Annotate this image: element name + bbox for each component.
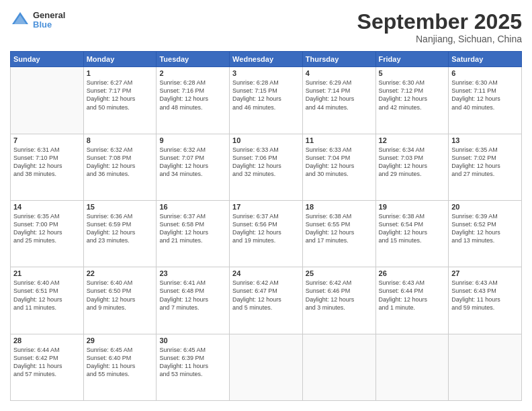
day-number: 5 — [379, 69, 446, 77]
calendar-cell: 30Sunrise: 6:45 AM Sunset: 6:39 PM Dayli… — [157, 334, 230, 400]
calendar-cell: 14Sunrise: 6:35 AM Sunset: 7:00 PM Dayli… — [11, 200, 84, 267]
cell-info: Sunrise: 6:32 AM Sunset: 7:08 PM Dayligh… — [87, 146, 154, 179]
cell-info: Sunrise: 6:37 AM Sunset: 6:56 PM Dayligh… — [232, 212, 300, 245]
cell-info: Sunrise: 6:45 AM Sunset: 6:40 PM Dayligh… — [87, 346, 154, 379]
cell-info: Sunrise: 6:42 AM Sunset: 6:47 PM Dayligh… — [232, 279, 300, 312]
calendar-cell: 11Sunrise: 6:33 AM Sunset: 7:04 PM Dayli… — [302, 134, 375, 200]
day-number: 30 — [159, 336, 226, 345]
cell-info: Sunrise: 6:40 AM Sunset: 6:51 PM Dayligh… — [13, 279, 81, 312]
logo-text: General Blue — [33, 11, 65, 30]
day-number: 21 — [13, 269, 81, 277]
day-number: 27 — [451, 269, 519, 277]
cell-info: Sunrise: 6:38 AM Sunset: 6:54 PM Dayligh… — [379, 212, 446, 245]
day-number: 22 — [87, 269, 154, 277]
calendar-cell: 24Sunrise: 6:42 AM Sunset: 6:47 PM Dayli… — [230, 267, 303, 334]
calendar-cell — [11, 67, 84, 134]
calendar-cell: 28Sunrise: 6:44 AM Sunset: 6:42 PM Dayli… — [11, 334, 84, 400]
cell-info: Sunrise: 6:29 AM Sunset: 7:14 PM Dayligh… — [306, 79, 373, 111]
calendar-cell: 25Sunrise: 6:42 AM Sunset: 6:46 PM Dayli… — [302, 267, 375, 334]
cell-info: Sunrise: 6:30 AM Sunset: 7:12 PM Dayligh… — [379, 79, 446, 111]
calendar-cell: 8Sunrise: 6:32 AM Sunset: 7:08 PM Daylig… — [83, 134, 157, 200]
calendar-cell — [302, 334, 375, 400]
logo-icon — [10, 10, 30, 30]
cell-info: Sunrise: 6:33 AM Sunset: 7:06 PM Dayligh… — [232, 146, 300, 179]
day-header-wednesday: Wednesday — [230, 52, 303, 67]
day-header-thursday: Thursday — [302, 52, 375, 67]
title-block: September 2025 Nanjiang, Sichuan, China — [357, 10, 522, 44]
day-header-tuesday: Tuesday — [157, 52, 230, 67]
calendar-cell — [449, 334, 522, 400]
calendar-cell: 23Sunrise: 6:41 AM Sunset: 6:48 PM Dayli… — [157, 267, 230, 334]
calendar-cell: 17Sunrise: 6:37 AM Sunset: 6:56 PM Dayli… — [230, 200, 303, 267]
calendar-cell: 26Sunrise: 6:43 AM Sunset: 6:44 PM Dayli… — [375, 267, 449, 334]
day-number: 26 — [379, 269, 446, 277]
day-number: 28 — [13, 336, 81, 345]
cell-info: Sunrise: 6:35 AM Sunset: 7:00 PM Dayligh… — [13, 212, 81, 245]
day-number: 1 — [87, 69, 154, 77]
calendar-cell: 12Sunrise: 6:34 AM Sunset: 7:03 PM Dayli… — [375, 134, 449, 200]
cell-info: Sunrise: 6:27 AM Sunset: 7:17 PM Dayligh… — [87, 79, 154, 111]
calendar-cell: 29Sunrise: 6:45 AM Sunset: 6:40 PM Dayli… — [83, 334, 157, 400]
day-number: 18 — [306, 203, 373, 211]
month-title: September 2025 — [357, 10, 522, 34]
day-header-monday: Monday — [83, 52, 157, 67]
calendar-header-row: SundayMondayTuesdayWednesdayThursdayFrid… — [11, 52, 522, 67]
header: General Blue September 2025 Nanjiang, Si… — [10, 10, 522, 44]
day-number: 10 — [232, 136, 300, 144]
cell-info: Sunrise: 6:39 AM Sunset: 6:52 PM Dayligh… — [451, 212, 519, 245]
day-number: 25 — [306, 269, 373, 277]
calendar-cell: 22Sunrise: 6:40 AM Sunset: 6:50 PM Dayli… — [83, 267, 157, 334]
calendar-cell: 18Sunrise: 6:38 AM Sunset: 6:55 PM Dayli… — [302, 200, 375, 267]
week-row-1: 7Sunrise: 6:31 AM Sunset: 7:10 PM Daylig… — [11, 134, 522, 200]
calendar-cell: 2Sunrise: 6:28 AM Sunset: 7:16 PM Daylig… — [157, 67, 230, 134]
day-header-friday: Friday — [375, 52, 449, 67]
day-number: 2 — [159, 69, 226, 77]
day-number: 12 — [379, 136, 446, 144]
week-row-2: 14Sunrise: 6:35 AM Sunset: 7:00 PM Dayli… — [11, 200, 522, 267]
day-number: 6 — [451, 69, 519, 77]
calendar-cell: 6Sunrise: 6:30 AM Sunset: 7:11 PM Daylig… — [449, 67, 522, 134]
location: Nanjiang, Sichuan, China — [357, 34, 522, 44]
day-number: 3 — [232, 69, 300, 77]
day-number: 17 — [232, 203, 300, 211]
calendar-cell: 20Sunrise: 6:39 AM Sunset: 6:52 PM Dayli… — [449, 200, 522, 267]
cell-info: Sunrise: 6:28 AM Sunset: 7:16 PM Dayligh… — [159, 79, 226, 111]
day-number: 7 — [13, 136, 81, 144]
calendar-cell: 1Sunrise: 6:27 AM Sunset: 7:17 PM Daylig… — [83, 67, 157, 134]
day-number: 15 — [87, 203, 154, 211]
cell-info: Sunrise: 6:30 AM Sunset: 7:11 PM Dayligh… — [451, 79, 519, 111]
calendar-cell: 27Sunrise: 6:43 AM Sunset: 6:43 PM Dayli… — [449, 267, 522, 334]
day-number: 23 — [159, 269, 226, 277]
cell-info: Sunrise: 6:36 AM Sunset: 6:59 PM Dayligh… — [87, 212, 154, 245]
day-number: 14 — [13, 203, 81, 211]
calendar-cell: 3Sunrise: 6:28 AM Sunset: 7:15 PM Daylig… — [230, 67, 303, 134]
calendar-cell: 13Sunrise: 6:35 AM Sunset: 7:02 PM Dayli… — [449, 134, 522, 200]
calendar-cell — [230, 334, 303, 400]
day-number: 19 — [379, 203, 446, 211]
calendar-cell — [375, 334, 449, 400]
day-number: 29 — [87, 336, 154, 345]
day-number: 20 — [451, 203, 519, 211]
day-number: 8 — [87, 136, 154, 144]
day-number: 16 — [159, 203, 226, 211]
cell-info: Sunrise: 6:31 AM Sunset: 7:10 PM Dayligh… — [13, 146, 81, 179]
cell-info: Sunrise: 6:44 AM Sunset: 6:42 PM Dayligh… — [13, 346, 81, 379]
calendar-cell: 4Sunrise: 6:29 AM Sunset: 7:14 PM Daylig… — [302, 67, 375, 134]
week-row-4: 28Sunrise: 6:44 AM Sunset: 6:42 PM Dayli… — [11, 334, 522, 400]
day-number: 11 — [306, 136, 373, 144]
day-number: 24 — [232, 269, 300, 277]
cell-info: Sunrise: 6:37 AM Sunset: 6:58 PM Dayligh… — [159, 212, 226, 245]
calendar-cell: 21Sunrise: 6:40 AM Sunset: 6:51 PM Dayli… — [11, 267, 84, 334]
cell-info: Sunrise: 6:40 AM Sunset: 6:50 PM Dayligh… — [87, 279, 154, 312]
cell-info: Sunrise: 6:33 AM Sunset: 7:04 PM Dayligh… — [306, 146, 373, 179]
cell-info: Sunrise: 6:43 AM Sunset: 6:43 PM Dayligh… — [451, 279, 519, 312]
day-header-saturday: Saturday — [449, 52, 522, 67]
cell-info: Sunrise: 6:32 AM Sunset: 7:07 PM Dayligh… — [159, 146, 226, 179]
logo: General Blue — [10, 10, 65, 30]
calendar-cell: 9Sunrise: 6:32 AM Sunset: 7:07 PM Daylig… — [157, 134, 230, 200]
cell-info: Sunrise: 6:38 AM Sunset: 6:55 PM Dayligh… — [306, 212, 373, 245]
calendar-cell: 16Sunrise: 6:37 AM Sunset: 6:58 PM Dayli… — [157, 200, 230, 267]
calendar-cell: 7Sunrise: 6:31 AM Sunset: 7:10 PM Daylig… — [11, 134, 84, 200]
calendar-cell: 10Sunrise: 6:33 AM Sunset: 7:06 PM Dayli… — [230, 134, 303, 200]
calendar-cell: 5Sunrise: 6:30 AM Sunset: 7:12 PM Daylig… — [375, 67, 449, 134]
